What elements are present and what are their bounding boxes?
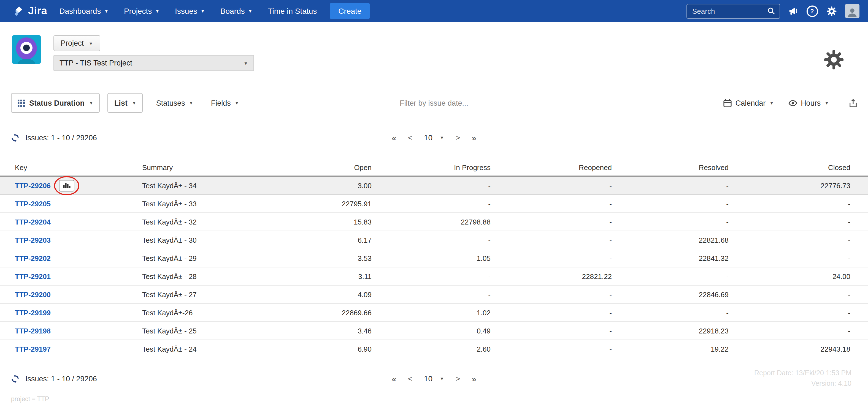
menu-time-in-status[interactable]: Time in Status — [268, 7, 317, 15]
project-avatar[interactable] — [12, 35, 41, 64]
duration-closed: - — [728, 308, 850, 317]
menu-boards[interactable]: Boards ▼ — [220, 7, 253, 15]
calendar-icon — [723, 99, 732, 107]
duration-in-progress: - — [372, 200, 491, 208]
duration-open: 6.90 — [306, 345, 372, 353]
export-icon[interactable] — [849, 98, 857, 108]
duration-open: 3.53 — [306, 254, 372, 262]
chart-button[interactable] — [59, 180, 74, 191]
duration-in-progress: - — [372, 181, 491, 190]
last-page-button[interactable]: » — [472, 374, 476, 383]
duration-closed: - — [728, 200, 850, 208]
jira-page: Jira Dashboards ▼ Projects ▼ Issues ▼ Bo… — [0, 0, 868, 405]
project-controls: Project ▼ TTP - TIS Test Project ▼ — [54, 35, 254, 71]
key-cell: TTP-29200 — [0, 290, 127, 299]
table-row: TTP-29197 Test KaydÄ± - 24 6.90 2.60 - 1… — [0, 340, 868, 358]
menu-issues[interactable]: Issues ▼ — [175, 7, 205, 15]
project-select[interactable]: TTP - TIS Test Project ▼ — [54, 55, 254, 71]
issue-date-filter-input[interactable] — [364, 98, 504, 108]
issue-summary: Test KaydÄ± - 27 — [127, 290, 306, 299]
project-scope-button[interactable]: Project ▼ — [54, 35, 100, 51]
next-page-button[interactable]: > — [456, 374, 460, 383]
prev-page-button[interactable]: < — [408, 133, 412, 142]
search-input[interactable] — [691, 6, 767, 16]
chevron-down-icon: ▼ — [440, 136, 444, 140]
feedback-megaphone-icon[interactable] — [788, 7, 798, 15]
issue-key-link[interactable]: TTP-29201 — [15, 272, 51, 280]
issue-key-link[interactable]: TTP-29206 — [15, 181, 51, 190]
issue-key-link[interactable]: TTP-29203 — [15, 236, 51, 244]
page-size-select[interactable]: 10 ▼ — [424, 133, 444, 142]
duration-resolved: 22821.68 — [612, 236, 728, 244]
issue-key-link[interactable]: TTP-29198 — [15, 327, 51, 335]
duration-reopened: - — [491, 181, 612, 190]
table-row: TTP-29202 Test KaydÄ± - 29 3.53 1.05 - 2… — [0, 249, 868, 267]
table-row: TTP-29206 Test KaydÄ± - 34 3.00 - - - 22… — [0, 177, 868, 195]
issue-key-link[interactable]: TTP-29202 — [15, 254, 51, 262]
menu-projects[interactable]: Projects ▼ — [124, 7, 159, 15]
issue-key-link[interactable]: TTP-29204 — [15, 217, 51, 226]
hours-unit-dropdown[interactable]: Hours ▼ — [788, 99, 829, 107]
help-icon[interactable]: ? — [806, 5, 818, 17]
eye-icon — [788, 100, 797, 106]
duration-open: 3.11 — [306, 272, 372, 280]
menu-dashboards[interactable]: Dashboards ▼ — [59, 7, 108, 15]
table-row: TTP-29200 Test KaydÄ± - 27 4.09 - - 2284… — [0, 285, 868, 304]
first-page-button[interactable]: « — [392, 133, 396, 142]
selected-project-label: TTP - TIS Test Project — [60, 59, 132, 67]
duration-in-progress: 1.05 — [372, 254, 491, 262]
duration-resolved: 22846.69 — [612, 290, 728, 299]
chart-annotation — [59, 180, 74, 191]
calendar-dropdown[interactable]: Calendar ▼ — [723, 99, 774, 107]
chevron-down-icon: ▼ — [155, 9, 159, 14]
col-reopened: Reopened — [491, 163, 612, 171]
top-nav: Jira Dashboards ▼ Projects ▼ Issues ▼ Bo… — [0, 0, 868, 22]
issue-key-link[interactable]: TTP-29197 — [15, 345, 51, 353]
search-icon[interactable] — [767, 7, 775, 15]
key-cell: TTP-29204 — [0, 217, 127, 226]
jira-brand[interactable]: Jira — [12, 5, 47, 17]
settings-gear-icon[interactable] — [826, 6, 837, 16]
issue-summary: Test KaydÄ± - 24 — [127, 345, 306, 353]
duration-open: 3.46 — [306, 327, 372, 335]
report-type-button[interactable]: Status Duration ▼ — [11, 93, 100, 113]
key-cell: TTP-29201 — [0, 272, 127, 280]
page-size-select[interactable]: 10 ▼ — [424, 374, 444, 383]
col-key: Key — [0, 163, 127, 171]
issue-summary: Test KaydÄ± - 28 — [127, 272, 306, 280]
last-page-button[interactable]: » — [472, 133, 476, 142]
duration-closed: 24.00 — [728, 272, 850, 280]
duration-resolved: 19.22 — [612, 345, 728, 353]
statuses-label: Statuses — [156, 99, 185, 107]
issue-summary: Test KaydÄ±-26 — [127, 308, 306, 317]
user-avatar[interactable] — [845, 4, 859, 18]
table-body: TTP-29206 Test KaydÄ± - 34 3.00 - - - 22… — [0, 177, 868, 358]
menu-label: Projects — [124, 7, 152, 15]
issue-key-link[interactable]: TTP-29200 — [15, 290, 51, 299]
refresh-icon[interactable] — [11, 133, 19, 142]
duration-in-progress: - — [372, 272, 491, 280]
statuses-dropdown[interactable]: Statuses ▼ — [156, 99, 193, 107]
report-settings-gear-icon[interactable] — [824, 49, 844, 71]
duration-reopened: - — [491, 345, 612, 353]
project-scope-label: Project — [61, 39, 84, 47]
issue-key-link[interactable]: TTP-29199 — [15, 308, 51, 317]
view-type-button[interactable]: List ▼ — [108, 93, 143, 113]
duration-in-progress: 22798.88 — [372, 217, 491, 226]
first-page-button[interactable]: « — [392, 374, 396, 383]
prev-page-button[interactable]: < — [408, 374, 412, 383]
refresh-icon[interactable] — [11, 374, 19, 383]
table-row: TTP-29203 Test KaydÄ± - 30 6.17 - - 2282… — [0, 231, 868, 249]
fields-dropdown[interactable]: Fields ▼ — [211, 99, 239, 107]
col-in-progress: In Progress — [372, 163, 491, 171]
duration-reopened: - — [491, 327, 612, 335]
report-toolbar: Status Duration ▼ List ▼ Statuses ▼ Fiel… — [0, 93, 868, 113]
issue-key-link[interactable]: TTP-29205 — [15, 200, 51, 208]
duration-resolved: - — [612, 272, 728, 280]
chevron-down-icon: ▼ — [189, 101, 193, 106]
next-page-button[interactable]: > — [456, 133, 460, 142]
chevron-down-icon: ▼ — [132, 101, 136, 106]
create-button[interactable]: Create — [330, 3, 370, 19]
duration-reopened: - — [491, 290, 612, 299]
project-header: Project ▼ TTP - TIS Test Project ▼ — [0, 22, 868, 71]
